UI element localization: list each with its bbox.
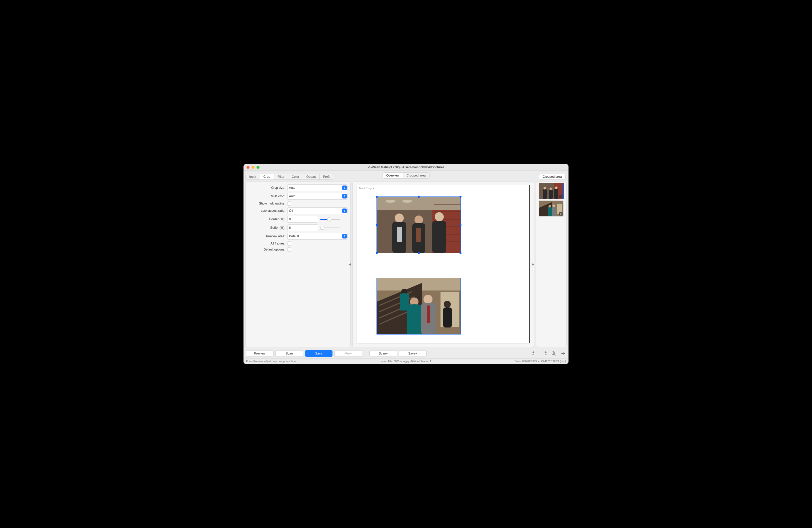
input-border-pct-value: 0 <box>289 218 291 221</box>
svg-rect-32 <box>443 308 452 327</box>
undo-icon[interactable] <box>532 351 537 356</box>
collapse-left-icon[interactable]: ◀ <box>348 263 351 266</box>
thumbnail-1[interactable]: 1 <box>539 183 564 199</box>
label-border-pct: Border (%): <box>248 218 285 221</box>
thumbs-title-seg: Cropped area <box>539 174 566 180</box>
crop-handle[interactable] <box>418 196 420 198</box>
label-multi-crop: Multi crop: <box>248 194 285 198</box>
input-buffer-pct-value: 8 <box>289 226 291 230</box>
svg-rect-2 <box>377 197 461 210</box>
svg-point-31 <box>444 301 451 308</box>
label-lock-aspect: Lock aspect ratio: <box>248 209 285 212</box>
input-buffer-pct[interactable]: 8 <box>287 224 318 231</box>
crop-region-1[interactable] <box>377 196 461 253</box>
select-crop-size[interactable]: Auto <box>287 185 348 191</box>
slider-buffer-pct[interactable] <box>320 225 348 231</box>
tab-color[interactable]: Color <box>288 174 303 179</box>
zoom-button[interactable] <box>257 166 260 169</box>
svg-point-48 <box>552 205 555 207</box>
svg-rect-38 <box>554 189 558 199</box>
options-tabs: Input Crop Filter Color Output Prefs <box>246 174 334 180</box>
crop-handle[interactable] <box>460 224 462 226</box>
chevron-updown-icon <box>342 234 347 238</box>
thumbs-title[interactable]: Cropped area <box>539 174 565 179</box>
tab-input[interactable]: Input <box>246 174 260 179</box>
select-preview-area-value: Default <box>289 235 299 238</box>
svg-rect-37 <box>549 190 553 199</box>
tab-filter[interactable]: Filter <box>274 174 288 179</box>
svg-rect-45 <box>548 207 552 216</box>
zoom-in-icon[interactable] <box>551 351 556 356</box>
redo-icon[interactable] <box>541 351 547 356</box>
thumbnail-2[interactable]: 2 <box>539 201 564 217</box>
crop-handle[interactable] <box>376 196 378 198</box>
traffic-lights <box>244 166 260 169</box>
close-button[interactable] <box>246 166 249 169</box>
preview-button[interactable]: Preview <box>246 350 274 357</box>
svg-point-40 <box>550 188 552 190</box>
svg-line-50 <box>554 354 556 355</box>
checkbox-all-frames[interactable] <box>287 241 291 246</box>
svg-rect-46 <box>552 207 556 216</box>
multi-crop-dropdown[interactable]: Multi Crop ▼ <box>359 187 375 190</box>
next-arrow-icon[interactable] <box>561 351 566 356</box>
status-readout: Color: 036 072 085 X: 73.41 Y: 178.22 (m… <box>459 360 566 363</box>
select-multi-crop[interactable]: Auto <box>287 193 348 200</box>
select-preview-area[interactable]: Default <box>287 233 348 239</box>
crop-handle[interactable] <box>376 224 378 226</box>
chevron-updown-icon <box>342 186 347 190</box>
label-show-multi-outline: Show multi outline: <box>248 202 285 205</box>
crop-handle[interactable] <box>418 252 420 254</box>
tab-prefs[interactable]: Prefs <box>319 174 334 179</box>
svg-point-15 <box>435 212 444 221</box>
expand-right-icon[interactable]: ▶ <box>532 263 534 266</box>
scan-plus-button[interactable]: Scan+ <box>369 350 397 357</box>
tab-crop[interactable]: Crop <box>260 174 274 179</box>
svg-point-41 <box>555 187 557 189</box>
svg-point-28 <box>423 295 433 304</box>
tab-output[interactable]: Output <box>303 174 320 179</box>
app-window: VueScan 9 a64 (9.7.92) - /Users/hamrickd… <box>244 164 568 364</box>
crop-region-2[interactable] <box>377 278 461 335</box>
save-plus-button[interactable]: Save+ <box>399 350 426 357</box>
preview-panel: Multi Crop ▼ <box>352 181 534 347</box>
svg-point-3 <box>386 200 395 203</box>
crop-handle[interactable] <box>460 252 462 254</box>
svg-rect-17 <box>416 228 421 242</box>
svg-rect-18 <box>397 227 402 242</box>
save-button[interactable]: Save <box>305 350 333 357</box>
crop-handle[interactable] <box>460 196 462 198</box>
input-border-pct[interactable]: 0 <box>287 216 318 222</box>
status-bar: Press Preview, adjust crop box, press Sc… <box>244 358 568 364</box>
status-input: Input: File: 0031-non.jpg - Flatbed Fram… <box>353 360 460 363</box>
view-button[interactable]: View <box>334 350 362 357</box>
select-lock-aspect[interactable]: Off <box>287 207 348 214</box>
svg-rect-36 <box>543 189 547 199</box>
titlebar: VueScan 9 a64 (9.7.92) - /Users/hamrickd… <box>244 164 568 171</box>
label-default-options: Default options: <box>248 248 285 251</box>
tab-overview[interactable]: Overview <box>383 173 403 178</box>
crop-handle[interactable] <box>376 252 378 254</box>
select-multi-crop-value: Auto <box>289 194 295 198</box>
svg-rect-16 <box>432 221 446 253</box>
scan-button[interactable]: Scan <box>276 350 303 357</box>
chevron-updown-icon <box>342 208 347 213</box>
slider-border-pct[interactable] <box>320 216 348 222</box>
label-buffer-pct: Buffer (%): <box>248 226 285 230</box>
body: Crop size: Auto Multi crop: Auto Show mu… <box>244 181 568 349</box>
svg-rect-30 <box>427 306 430 323</box>
action-bar: Preview Scan Save View Scan+ Save+ <box>244 349 568 358</box>
label-all-frames: All frames: <box>248 242 285 245</box>
svg-point-39 <box>543 187 546 190</box>
preview-surface[interactable]: Multi Crop ▼ <box>356 185 530 343</box>
chevron-updown-icon <box>342 194 347 199</box>
thumbnails-panel: 1 2 <box>536 181 566 347</box>
select-lock-aspect-value: Off <box>289 209 293 212</box>
label-crop-size: Crop size: <box>248 186 285 190</box>
checkbox-default-options[interactable] <box>287 248 291 251</box>
minimize-button[interactable] <box>251 166 255 169</box>
window-title: VueScan 9 a64 (9.7.92) - /Users/hamrickd… <box>244 165 568 169</box>
scanned-photo-1 <box>377 197 461 253</box>
tab-cropped-area[interactable]: Cropped area <box>403 173 429 178</box>
checkbox-show-multi-outline[interactable] <box>287 202 291 205</box>
